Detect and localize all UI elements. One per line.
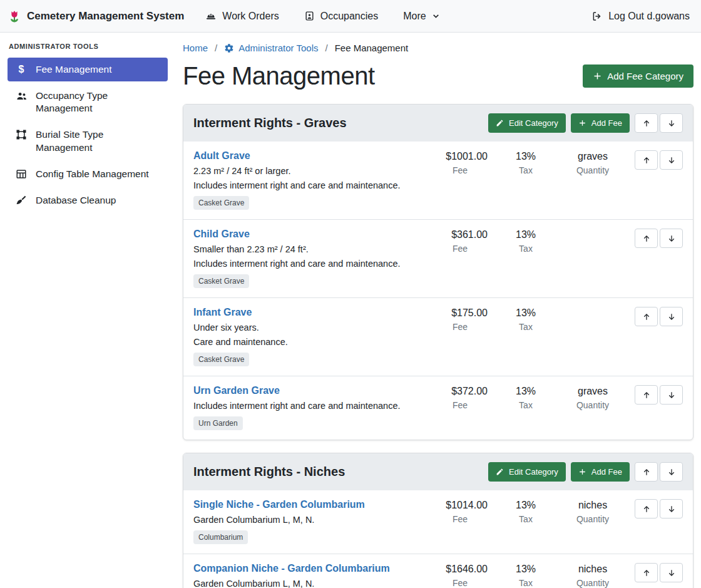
- move-fee-down-button[interactable]: [660, 563, 683, 582]
- fee-row: Urn Garden Grave Includes interment righ…: [183, 376, 693, 440]
- fee-amount-label: Fee: [425, 165, 495, 175]
- fee-info: Adult Grave 2.23 m² / 24 ft² or larger. …: [193, 150, 425, 210]
- add-fee-button[interactable]: Add Fee: [571, 113, 630, 133]
- fee-quantity-col: graves Quantity: [556, 385, 629, 410]
- fee-amount-label: Fee: [425, 322, 495, 332]
- fee-name-link[interactable]: Infant Grave: [193, 307, 252, 318]
- fee-amount-col: $1646.00 Fee: [425, 563, 495, 588]
- fee-type-badge: Casket Grave: [193, 196, 249, 210]
- fee-tax: 13%: [495, 386, 556, 397]
- fee-name-link[interactable]: Child Grave: [193, 229, 250, 240]
- sidebar-label-burial-site-type: Burial Site Type Management: [36, 128, 160, 153]
- fee-quantity-label: Quantity: [556, 165, 629, 175]
- logout-label: Log Out d.gowans: [608, 11, 690, 22]
- breadcrumb-current: Fee Management: [335, 43, 409, 53]
- sidebar-item-burial-site-type-management[interactable]: Burial Site Type Management: [8, 123, 168, 159]
- move-fee-up-button[interactable]: [635, 563, 658, 582]
- dollar-icon: $: [15, 64, 28, 75]
- fee-row: Adult Grave 2.23 m² / 24 ft² or larger. …: [183, 142, 693, 219]
- fee-name-link[interactable]: Adult Grave: [193, 150, 250, 162]
- move-fee-up-button[interactable]: [635, 499, 658, 518]
- fee-name-link[interactable]: Single Niche - Garden Columbarium: [193, 499, 365, 510]
- main-content: Home / Administrator Tools / Fee Managem…: [175, 33, 701, 588]
- fee-name-link[interactable]: Companion Niche - Garden Columbarium: [193, 563, 390, 574]
- move-fee-down-button[interactable]: [660, 385, 683, 405]
- move-category-down-button[interactable]: [660, 462, 683, 482]
- arrow-down-icon: [667, 234, 676, 243]
- move-category-down-button[interactable]: [660, 113, 683, 133]
- fee-tax-col: 13% Tax: [495, 499, 556, 524]
- nav-item-occupancies[interactable]: Occupancies: [304, 11, 379, 22]
- breadcrumb-separator: /: [215, 43, 217, 53]
- nav-item-more[interactable]: More: [403, 11, 439, 22]
- breadcrumb-admin-tools-link[interactable]: Administrator Tools: [224, 43, 318, 53]
- move-fee-down-button[interactable]: [660, 229, 683, 248]
- app-brand[interactable]: Cemetery Management System: [8, 9, 184, 23]
- breadcrumb-home-link[interactable]: Home: [183, 43, 208, 53]
- fee-reorder-controls: [629, 307, 683, 326]
- move-fee-up-button[interactable]: [635, 150, 658, 170]
- move-fee-down-button[interactable]: [660, 499, 683, 518]
- page-title: Fee Management: [183, 62, 375, 90]
- fee-reorder-controls: [629, 499, 683, 518]
- fee-reorder-controls: [629, 229, 683, 248]
- fee-info: Urn Garden Grave Includes interment righ…: [193, 385, 425, 430]
- fee-desc1: Under six years.: [193, 322, 419, 333]
- move-category-up-button[interactable]: [635, 462, 658, 482]
- move-category-up-button[interactable]: [635, 113, 658, 133]
- edit-category-label: Edit Category: [509, 118, 558, 128]
- add-fee-button[interactable]: Add Fee: [571, 462, 630, 482]
- gear-icon: [224, 43, 234, 53]
- fee-amount-label: Fee: [425, 400, 495, 410]
- fee-name-link[interactable]: Urn Garden Grave: [193, 385, 280, 396]
- arrow-up-icon: [642, 505, 651, 513]
- fee-type-badge: Casket Grave: [193, 353, 249, 366]
- fee-type-badge: Urn Garden: [193, 416, 243, 430]
- fee-tax-label: Tax: [495, 244, 556, 254]
- fee-amount: $372.00: [425, 386, 495, 397]
- arrow-up-icon: [642, 468, 651, 477]
- sidebar-label-config-table: Config Table Management: [36, 168, 149, 180]
- fee-desc1: Smaller than 2.23 m² / 24 ft².: [193, 244, 419, 254]
- fee-tax-col: 13% Tax: [495, 385, 556, 410]
- move-fee-up-button[interactable]: [635, 229, 658, 248]
- fee-amount-col: $1014.00 Fee: [425, 499, 495, 524]
- sidebar-item-occupancy-type-management[interactable]: Occupancy Type Management: [8, 84, 168, 120]
- logout-button[interactable]: Log Out d.gowans: [591, 11, 690, 22]
- broom-icon: [15, 195, 28, 206]
- sidebar-label-database-cleanup: Database Cleanup: [36, 194, 116, 207]
- nav-item-work-orders[interactable]: Work Orders: [205, 11, 279, 22]
- fee-tax-label: Tax: [495, 322, 556, 332]
- add-fee-label: Add Fee: [591, 118, 622, 128]
- fee-rows: Adult Grave 2.23 m² / 24 ft² or larger. …: [183, 142, 693, 440]
- fee-amount: $175.00: [425, 307, 495, 319]
- sidebar-item-fee-management[interactable]: $ Fee Management: [8, 58, 168, 81]
- category-title: Interment Rights - Niches: [193, 465, 488, 479]
- arrow-down-icon: [667, 468, 676, 477]
- fee-amount: $1001.00: [425, 151, 495, 162]
- fee-row: Child Grave Smaller than 2.23 m² / 24 ft…: [183, 219, 693, 297]
- fee-tax-label: Tax: [495, 165, 556, 175]
- admin-sidebar: ADMINISTRATOR TOOLS $ Fee Management Occ…: [0, 33, 175, 588]
- sidebar-item-config-table-management[interactable]: Config Table Management: [8, 162, 168, 186]
- top-navbar: Cemetery Management System Work Orders O…: [0, 0, 701, 33]
- move-fee-up-button[interactable]: [635, 385, 658, 405]
- fee-desc1: Includes interment right and care and ma…: [193, 401, 419, 411]
- category-title: Interment Rights - Graves: [193, 116, 488, 130]
- add-fee-category-label: Add Fee Category: [607, 71, 683, 81]
- edit-category-button[interactable]: Edit Category: [488, 462, 566, 482]
- fee-tax: 13%: [495, 229, 556, 240]
- edit-category-label: Edit Category: [509, 467, 558, 477]
- fee-quantity-label: Quantity: [556, 578, 629, 588]
- move-fee-down-button[interactable]: [660, 150, 683, 170]
- move-fee-up-button[interactable]: [635, 307, 658, 326]
- sidebar-item-database-cleanup[interactable]: Database Cleanup: [8, 188, 168, 212]
- fee-reorder-controls: [629, 563, 683, 582]
- edit-category-button[interactable]: Edit Category: [488, 113, 566, 133]
- nav-label-occupancies: Occupancies: [320, 11, 379, 22]
- fee-quantity: graves: [556, 151, 629, 162]
- pencil-icon: [496, 468, 504, 476]
- move-fee-down-button[interactable]: [660, 307, 683, 326]
- sidebar-label-occupancy-type: Occupancy Type Management: [36, 90, 160, 115]
- add-fee-category-button[interactable]: Add Fee Category: [583, 64, 693, 88]
